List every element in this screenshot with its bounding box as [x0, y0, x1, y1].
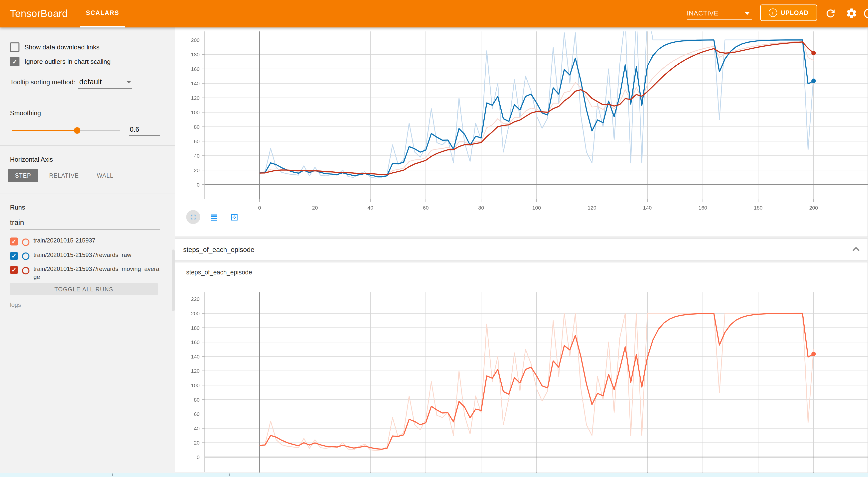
svg-text:200: 200 — [809, 205, 818, 211]
svg-text:20: 20 — [312, 205, 318, 211]
svg-text:140: 140 — [191, 81, 200, 86]
tensorboard-page: TensorBoard SCALARS INACTIVE i UPLOAD Sh… — [0, 0, 868, 477]
svg-text:20: 20 — [194, 440, 200, 446]
svg-text:160: 160 — [191, 339, 200, 345]
svg-text:180: 180 — [191, 325, 200, 331]
run-checkbox-icon[interactable]: ✓ — [10, 237, 18, 246]
tooltip-sort-row: Tooltip sorting method: default — [10, 77, 160, 89]
section-header-steps-of-each-episode[interactable]: steps_of_each_episode — [175, 238, 868, 260]
run-item[interactable]: ✓train/20201015-215937/rewards_moving_av… — [10, 265, 160, 281]
divider — [0, 145, 175, 146]
svg-text:120: 120 — [191, 368, 200, 374]
main-content: 0204060801001201401601802000204060801001… — [175, 27, 868, 477]
chevron-down-icon — [745, 12, 750, 15]
svg-text:0: 0 — [197, 454, 200, 460]
run-item[interactable]: ✓train/20201015-215937/rewards_raw — [10, 251, 160, 260]
svg-text:80: 80 — [194, 124, 200, 130]
run-color-radio[interactable] — [22, 267, 29, 274]
logs-text: logs — [10, 301, 160, 308]
status-dropdown[interactable]: INACTIVE — [687, 6, 752, 20]
divider — [0, 194, 175, 194]
axis-wall-button[interactable]: WALL — [90, 169, 121, 182]
steps-chart-card: steps_of_each_episode 020406080100120140… — [175, 262, 868, 473]
runs-label: Runs — [10, 203, 160, 211]
checkbox-label: Show data download links — [25, 43, 100, 51]
svg-text:40: 40 — [194, 153, 200, 159]
svg-text:0: 0 — [258, 205, 261, 211]
refresh-icon[interactable] — [825, 7, 837, 20]
run-item[interactable]: ✓train/20201015-215937 — [10, 237, 160, 246]
runs-list: ✓train/20201015-215937✓train/20201015-21… — [10, 237, 160, 286]
svg-text:100: 100 — [532, 205, 541, 211]
checkbox-label: Ignore outliers in chart scaling — [25, 58, 111, 65]
svg-text:220: 220 — [191, 296, 200, 302]
fullscreen-icon[interactable] — [186, 210, 200, 224]
upload-button[interactable]: i UPLOAD — [760, 4, 817, 21]
run-color-radio[interactable] — [22, 252, 29, 260]
tooltip-sort-value: default — [80, 77, 102, 86]
info-icon: i — [769, 8, 777, 17]
run-label: train/20201015-215937/rewards_raw — [33, 251, 131, 259]
horizontal-axis-buttons: STEP RELATIVE WALL — [8, 169, 160, 182]
smoothing-row — [10, 125, 160, 136]
svg-text:0: 0 — [197, 182, 200, 188]
chart-toolbar — [186, 210, 241, 224]
svg-text:60: 60 — [194, 138, 200, 144]
svg-text:40: 40 — [367, 205, 373, 211]
axis-relative-button[interactable]: RELATIVE — [42, 169, 86, 182]
fit-domain-icon[interactable] — [227, 210, 241, 224]
horizontal-axis-label: Horizontal Axis — [10, 156, 160, 163]
svg-text:80: 80 — [478, 205, 484, 211]
settings-sidebar: Show data download links ✓ Ignore outlie… — [0, 27, 175, 477]
svg-text:80: 80 — [194, 397, 200, 403]
chevron-up-icon[interactable] — [851, 246, 861, 252]
strip-tick — [229, 474, 229, 476]
svg-text:60: 60 — [423, 205, 429, 211]
svg-text:180: 180 — [754, 205, 763, 211]
svg-text:200: 200 — [191, 311, 200, 316]
divider — [0, 101, 175, 101]
gear-icon[interactable] — [845, 7, 858, 20]
tooltip-sort-dropdown[interactable]: default — [79, 77, 132, 89]
tooltip-sort-label: Tooltip sorting method: — [10, 78, 75, 86]
tab-scalars[interactable]: SCALARS — [80, 0, 125, 27]
svg-text:20: 20 — [194, 167, 200, 173]
svg-text:100: 100 — [191, 109, 200, 115]
run-label: train/20201015-215937/rewards_moving_ave… — [33, 265, 160, 281]
svg-text:140: 140 — [643, 205, 652, 211]
svg-text:60: 60 — [194, 411, 200, 417]
run-checkbox-icon[interactable]: ✓ — [10, 252, 18, 260]
smoothing-slider[interactable] — [12, 130, 120, 131]
steps-chart-plot[interactable]: 020406080100120140160180200220 — [183, 292, 868, 475]
run-filter-input[interactable] — [10, 219, 160, 230]
data-table-icon[interactable] — [207, 210, 221, 224]
run-label: train/20201015-215937 — [33, 237, 95, 245]
upload-label: UPLOAD — [781, 9, 809, 16]
show-download-links-checkbox[interactable]: Show data download links — [10, 42, 160, 52]
svg-text:40: 40 — [194, 425, 200, 431]
smoothing-value-input[interactable] — [129, 125, 160, 136]
svg-text:120: 120 — [588, 205, 596, 211]
slider-thumb[interactable] — [74, 127, 80, 134]
slider-fill — [12, 130, 77, 131]
checkbox-icon — [10, 42, 20, 52]
section-title: steps_of_each_episode — [183, 246, 254, 253]
app-header: TensorBoard SCALARS INACTIVE i UPLOAD — [0, 0, 868, 27]
svg-text:200: 200 — [191, 37, 200, 43]
help-icon[interactable] — [864, 8, 868, 19]
ignore-outliers-checkbox[interactable]: ✓ Ignore outliers in chart scaling — [10, 57, 160, 66]
sidebar-scrollbar[interactable] — [172, 250, 175, 311]
run-color-radio[interactable] — [22, 238, 29, 246]
svg-text:160: 160 — [698, 205, 707, 211]
toggle-all-runs-button[interactable]: TOGGLE ALL RUNS — [10, 283, 158, 295]
svg-text:180: 180 — [191, 52, 200, 57]
axis-step-button[interactable]: STEP — [8, 169, 38, 182]
rewards-chart-plot[interactable]: 0204060801001201401601802000204060801001… — [183, 31, 868, 215]
strip-tick — [112, 474, 113, 476]
chart-title: steps_of_each_episode — [186, 269, 252, 276]
rewards-chart-card: 0204060801001201401601802000204060801001… — [175, 27, 868, 237]
app-title: TensorBoard — [10, 0, 68, 27]
run-checkbox-icon[interactable]: ✓ — [10, 266, 18, 274]
status-label: INACTIVE — [687, 9, 718, 17]
run-filter-row — [10, 218, 160, 230]
